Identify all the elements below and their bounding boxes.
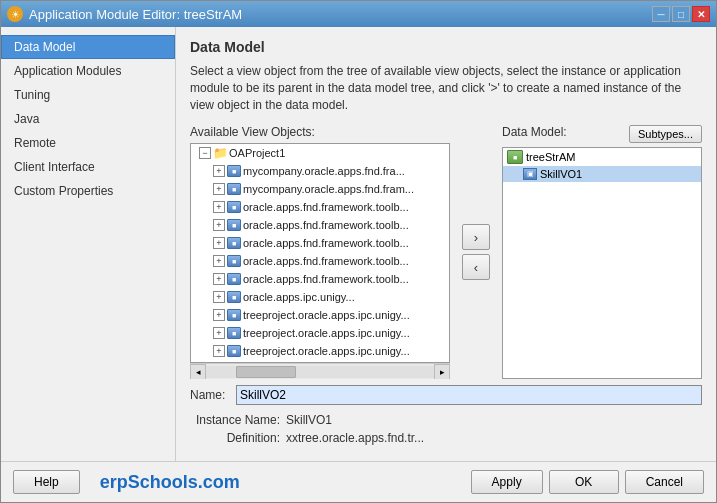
module-icon: ■ bbox=[227, 344, 241, 358]
tree-item-label: oracle.apps.fnd.framework.toolb... bbox=[243, 237, 409, 249]
tree-item-label: oracle.apps.fnd.framework.toolb... bbox=[243, 255, 409, 267]
transfer-buttons: › ‹ bbox=[458, 125, 494, 379]
list-item[interactable]: + ■ treeproject.oracle.apps.ipc.unigy... bbox=[191, 342, 450, 360]
tree-item-label: treeproject.oracle.apps.ipc.unigy... bbox=[243, 327, 410, 339]
tree-item-label: treeproject.oracle.apps.ipc.unigy... bbox=[243, 309, 410, 321]
scroll-left-arrow[interactable]: ◂ bbox=[190, 364, 206, 380]
minimize-button[interactable]: ─ bbox=[652, 6, 670, 22]
module-icon: ■ bbox=[227, 236, 241, 250]
module-icon: ■ bbox=[227, 326, 241, 340]
vo-icon: ■ bbox=[227, 165, 241, 177]
list-item[interactable]: + ■ oracle.apps.fnd.framework.toolb... bbox=[191, 198, 450, 216]
list-item[interactable]: ▣ SkillVO1 bbox=[503, 166, 701, 182]
module-icon: ■ bbox=[227, 254, 241, 268]
tree-item-label: oracle.apps.fnd.framework.toolb... bbox=[243, 201, 409, 213]
expand-icon[interactable]: + bbox=[213, 327, 225, 339]
sidebar-item-client-interface[interactable]: Client Interface bbox=[1, 155, 175, 179]
sidebar-item-custom-properties[interactable]: Custom Properties bbox=[1, 179, 175, 203]
remove-from-model-button[interactable]: ‹ bbox=[462, 254, 490, 280]
folder-icon: 📁 bbox=[213, 146, 227, 160]
bottom-bar: Help erpSchools.com Apply OK Cancel bbox=[1, 461, 716, 502]
scroll-track[interactable] bbox=[206, 366, 434, 378]
vo-icon: ■ bbox=[227, 291, 241, 303]
available-vo-label: Available View Objects: bbox=[190, 125, 450, 139]
apply-button[interactable]: Apply bbox=[471, 470, 543, 494]
expand-icon[interactable]: + bbox=[213, 201, 225, 213]
title-bar-left: ☀ Application Module Editor: treeStrAM bbox=[7, 6, 242, 22]
list-item[interactable]: + ■ treeproject.oracle.apps.ipc.unigy... bbox=[191, 324, 450, 342]
name-input[interactable] bbox=[236, 385, 702, 405]
main-window: ☀ Application Module Editor: treeStrAM ─… bbox=[0, 0, 717, 503]
module-icon: ■ bbox=[227, 164, 241, 178]
expand-icon[interactable]: + bbox=[213, 165, 225, 177]
horizontal-scrollbar[interactable]: ◂ ▸ bbox=[190, 363, 450, 379]
sidebar-item-application-modules[interactable]: Application Modules bbox=[1, 59, 175, 83]
cancel-button[interactable]: Cancel bbox=[625, 470, 704, 494]
expand-icon[interactable]: + bbox=[213, 237, 225, 249]
list-item[interactable]: + ■ oracle.apps.fnd.framework.toolb... bbox=[191, 252, 450, 270]
expand-icon[interactable]: + bbox=[213, 309, 225, 321]
tree-item-label: treeproject.oracle.apps.ipc.unigy... bbox=[243, 345, 410, 357]
title-controls: ─ □ ✕ bbox=[652, 6, 710, 22]
expand-icon[interactable]: + bbox=[213, 255, 225, 267]
list-item[interactable]: + ■ mycompany.oracle.apps.fnd.fram... bbox=[191, 180, 450, 198]
vo-icon: ■ bbox=[227, 183, 241, 195]
tree-item-label: oracle.apps.fnd.framework.toolb... bbox=[243, 219, 409, 231]
tree-item-label: oracle.apps.ipc.unigy... bbox=[243, 291, 355, 303]
list-item[interactable]: − 📁 OAProject1 bbox=[191, 144, 450, 162]
sidebar-item-tuning[interactable]: Tuning bbox=[1, 83, 175, 107]
expand-icon[interactable]: + bbox=[213, 273, 225, 285]
definition-label: Definition: bbox=[190, 431, 280, 445]
scroll-right-arrow[interactable]: ▸ bbox=[434, 364, 450, 380]
vo-icon: ■ bbox=[227, 201, 241, 213]
available-vo-tree[interactable]: − 📁 OAProject1 + ■ mycompany.oracle.apps… bbox=[190, 143, 450, 363]
page-title: Data Model bbox=[190, 39, 702, 55]
list-item[interactable]: + ■ oracle.apps.fnd.framework.toolb... bbox=[191, 270, 450, 288]
vo-icon: ■ bbox=[227, 219, 241, 231]
erp-branding: erpSchools.com bbox=[100, 472, 240, 493]
vo-icon: ■ bbox=[227, 309, 241, 321]
content-area: Data Model Application Modules Tuning Ja… bbox=[1, 27, 716, 461]
list-item[interactable]: + ■ oracle.apps.fnd.framework.toolb... bbox=[191, 216, 450, 234]
data-model-label: Data Model: bbox=[502, 125, 567, 139]
sidebar-item-data-model[interactable]: Data Model bbox=[1, 35, 175, 59]
data-model-panel: Data Model: Subtypes... ■ treeStrAM ▣ Sk… bbox=[502, 125, 702, 379]
expand-icon[interactable]: + bbox=[213, 219, 225, 231]
subtypes-button[interactable]: Subtypes... bbox=[629, 125, 702, 143]
add-to-model-button[interactable]: › bbox=[462, 224, 490, 250]
data-model-tree[interactable]: ■ treeStrAM ▣ SkillVO1 bbox=[502, 147, 702, 379]
instance-name-value: SkillVO1 bbox=[286, 413, 332, 427]
close-button[interactable]: ✕ bbox=[692, 6, 710, 22]
expand-icon[interactable]: + bbox=[213, 345, 225, 357]
expand-icon[interactable]: + bbox=[213, 291, 225, 303]
sidebar: Data Model Application Modules Tuning Ja… bbox=[1, 27, 176, 461]
vo-icon: ■ bbox=[227, 255, 241, 267]
help-button[interactable]: Help bbox=[13, 470, 80, 494]
description-text: Select a view object from the tree of av… bbox=[190, 63, 702, 113]
list-item[interactable]: + ■ treeproject.oracle.apps.ipc.unigy... bbox=[191, 306, 450, 324]
sidebar-item-remote[interactable]: Remote bbox=[1, 131, 175, 155]
title-bar: ☀ Application Module Editor: treeStrAM ─… bbox=[1, 1, 716, 27]
name-row: Name: bbox=[190, 385, 702, 405]
list-item[interactable]: + ■ oracle.apps.fnd.framework.toolb... bbox=[191, 234, 450, 252]
vo-icon: ■ bbox=[227, 273, 241, 285]
list-item[interactable]: + ■ oracle.apps.ipc.unigy... bbox=[191, 288, 450, 306]
tree-item-label: oracle.apps.fnd.framework.toolb... bbox=[243, 273, 409, 285]
vo-icon: ▣ bbox=[523, 168, 537, 180]
expand-icon[interactable]: − bbox=[199, 147, 211, 159]
bottom-left: Help erpSchools.com bbox=[13, 470, 240, 494]
module-icon: ■ bbox=[227, 308, 241, 322]
available-vo-panel: Available View Objects: − 📁 OAProject1 bbox=[190, 125, 450, 379]
dm-item-label: SkillVO1 bbox=[540, 168, 582, 180]
list-item[interactable]: + ■ mycompany.oracle.apps.fnd.fra... bbox=[191, 162, 450, 180]
expand-icon[interactable]: + bbox=[213, 183, 225, 195]
module-icon: ■ bbox=[227, 290, 241, 304]
panels-row: Available View Objects: − 📁 OAProject1 bbox=[190, 125, 702, 379]
maximize-button[interactable]: □ bbox=[672, 6, 690, 22]
vo-icon: ■ bbox=[227, 237, 241, 249]
sidebar-item-java[interactable]: Java bbox=[1, 107, 175, 131]
scroll-thumb[interactable] bbox=[236, 366, 296, 378]
ok-button[interactable]: OK bbox=[549, 470, 619, 494]
list-item[interactable]: ■ treeStrAM bbox=[503, 148, 701, 166]
module-icon: ■ bbox=[227, 218, 241, 232]
